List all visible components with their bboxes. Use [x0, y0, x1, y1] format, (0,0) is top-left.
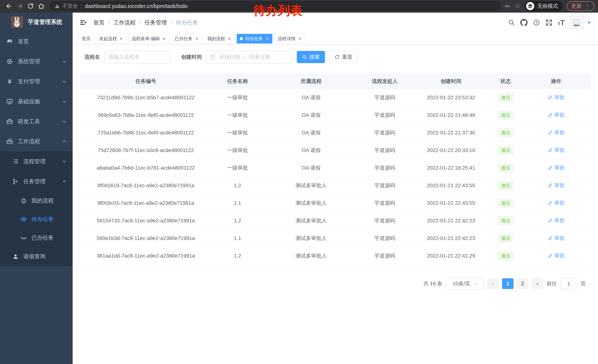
status-badge: 激活	[498, 146, 514, 155]
search-icon[interactable]	[508, 19, 515, 26]
chevron-down-icon	[62, 59, 67, 64]
approve-link[interactable]: 审批	[548, 147, 565, 154]
sidebar-item-my-process[interactable]: 我的流程	[0, 191, 73, 210]
browser-back-icon[interactable]	[4, 1, 15, 11]
edit-icon	[548, 218, 553, 223]
sidebar-item-done-tasks[interactable]: 已办任务	[0, 228, 73, 247]
avatar[interactable]	[570, 16, 583, 29]
status-badge: 激活	[498, 111, 514, 120]
sidebar-item-payment[interactable]: ¥ 支付管理	[0, 72, 73, 91]
cell-starter: 芋道源码	[359, 147, 411, 154]
approve-link[interactable]: 审批	[548, 94, 565, 101]
cell-task-name: 1.2	[212, 218, 263, 224]
sidebar-item-system[interactable]: 系统管理	[0, 51, 73, 72]
next-page-button[interactable]: ›	[532, 278, 543, 289]
date-range-picker[interactable]: 开始日期 - 结束日期	[206, 51, 292, 63]
browser-home-icon[interactable]	[36, 1, 47, 11]
approve-link[interactable]: 审批	[548, 199, 565, 206]
sidebar-item-home[interactable]: 首页	[0, 32, 73, 51]
process-name-input[interactable]	[104, 51, 171, 63]
sidebar-item-process-management[interactable]: 流程管理	[0, 152, 73, 171]
tab-start-process[interactable]: 发起流程×	[96, 34, 126, 43]
sidebar-item-todo-tasks[interactable]: 待办任务	[0, 210, 73, 228]
cell-process: OA 请假	[263, 112, 359, 119]
breadcrumb-home[interactable]: 首页	[93, 19, 105, 26]
approve-link[interactable]: 审批	[548, 235, 565, 242]
github-icon[interactable]	[520, 19, 528, 26]
sidebar-item-infrastructure[interactable]: 基础设施	[0, 91, 73, 112]
sidebar-item-label: 研发工具	[18, 118, 40, 125]
cell-created: 2022-01-21 22:41:29	[411, 253, 491, 259]
close-icon[interactable]: ×	[162, 36, 166, 41]
sidebar-item-leave-query[interactable]: 请假查询	[0, 247, 73, 266]
range-separator: -	[244, 54, 245, 60]
cell-starter: 芋道源码	[359, 200, 411, 207]
col-process: 所属流程	[263, 78, 359, 85]
close-icon[interactable]: ×	[227, 36, 231, 41]
tab-home[interactable]: 首页	[79, 34, 94, 43]
page-button-2[interactable]: 2	[517, 278, 528, 289]
approve-link[interactable]: 审批	[548, 217, 565, 224]
update-label[interactable]: 更新	[571, 2, 582, 10]
edit-icon	[548, 95, 553, 100]
cell-process: OA 请假	[263, 94, 359, 101]
sidebar-item-workflow[interactable]: 工作流程	[0, 131, 73, 152]
cell-created: 2022-01-21 22:43:55	[411, 200, 491, 206]
page-size-select[interactable]: 10条/页 ∨	[446, 278, 484, 290]
cell-task-name: 1.2	[212, 253, 263, 259]
cell-task-id: 75d72608-7b7f-11ec-a3c8-acde48001122	[80, 147, 212, 153]
close-icon[interactable]: ×	[298, 36, 302, 41]
tab-done-tasks[interactable]: 已办任务×	[172, 34, 202, 43]
approve-link[interactable]: 审批	[548, 164, 565, 171]
status-badge: 激活	[498, 93, 514, 102]
breadcrumb: 首页 / 工作流程 / 任务管理 / 待办任务	[93, 19, 198, 26]
cell-action: 审批	[520, 94, 592, 101]
approve-link[interactable]: 审批	[548, 182, 565, 189]
breadcrumb-workflow[interactable]: 工作流程	[113, 19, 136, 26]
edit-icon	[548, 253, 553, 258]
cell-status: 激活	[491, 111, 520, 120]
search-button[interactable]: 搜索	[297, 51, 325, 63]
security-label[interactable]: 不安全	[62, 3, 78, 10]
breadcrumb-separator: /	[139, 19, 141, 26]
table-row: 8f0d1619-7ac8-11ec-a9e2-a2380e71991a1.2测…	[80, 177, 590, 194]
cell-created: 2022-01-22 21:37:30	[411, 130, 491, 136]
app-logo[interactable]: 芋道管理系统	[0, 13, 73, 32]
approve-link[interactable]: 审批	[548, 112, 565, 119]
create-time-label: 创建时间	[181, 54, 202, 61]
approve-link[interactable]: 审批	[548, 129, 565, 136]
browser-forward-icon[interactable]	[15, 1, 25, 11]
edit-icon	[548, 165, 553, 170]
goto-page-input[interactable]	[560, 278, 577, 289]
page-button-1[interactable]: 1	[502, 278, 514, 289]
app-title: 芋道管理系统	[28, 18, 62, 26]
close-icon[interactable]: ×	[119, 36, 123, 41]
tab-process-detail[interactable]: 流程详情×	[274, 34, 305, 43]
fullscreen-icon[interactable]	[545, 19, 552, 26]
cell-process: OA 请假	[263, 147, 359, 154]
prev-page-button[interactable]: ‹	[487, 278, 499, 289]
status-badge: 激活	[498, 181, 514, 190]
edit-icon	[548, 200, 553, 205]
incognito-label: 无痕模式	[537, 3, 558, 10]
sidebar-item-dev-tools[interactable]: 研发工具	[0, 112, 73, 131]
font-size-icon[interactable]: TT	[558, 19, 565, 26]
hamburger-icon[interactable]	[80, 19, 87, 26]
tab-my-process[interactable]: 我的流程×	[204, 34, 234, 43]
help-icon[interactable]: ?	[533, 19, 540, 26]
close-icon[interactable]: ×	[195, 36, 199, 41]
key-icon[interactable]	[504, 3, 511, 9]
bookmark-star-icon[interactable]: ☆	[515, 3, 521, 9]
tab-process-form-edit[interactable]: 流程表单-编辑×	[129, 34, 169, 43]
tab-todo-tasks[interactable]: 待办任务×	[237, 34, 272, 43]
browser-refresh-icon[interactable]	[25, 1, 36, 11]
caret-down-icon[interactable]: ▼	[587, 21, 591, 25]
sidebar-item-task-management[interactable]: 任务管理	[0, 171, 73, 191]
approve-link[interactable]: 审批	[548, 252, 565, 259]
browser-update-button[interactable]: 更新 ⋮	[567, 1, 594, 11]
url-text[interactable]: dashboard.yudao.iocoder.cn/bpm/task/todo	[85, 3, 188, 9]
close-icon[interactable]: ×	[265, 36, 269, 41]
browser-menu-icon[interactable]: ⋮	[585, 3, 590, 9]
reset-button[interactable]: 重置	[329, 51, 357, 63]
breadcrumb-task-management[interactable]: 任务管理	[145, 19, 167, 26]
